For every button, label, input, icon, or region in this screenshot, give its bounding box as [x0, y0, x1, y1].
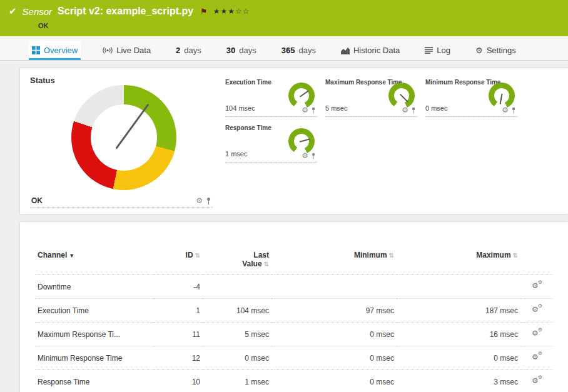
channel-settings-icon[interactable]: ⚙⚙ — [532, 353, 542, 361]
status-gauge-zone: Status OK ⚙ — [30, 76, 218, 214]
channel-cell[interactable]: Execution Time — [35, 299, 154, 323]
tab-settings[interactable]: ⚙ Settings — [472, 41, 519, 60]
gear-icon: ⚙ — [538, 304, 542, 309]
gauge-dial — [489, 83, 515, 109]
table-row: Minimum Response Time 12 0 msec 0 msec 0… — [35, 346, 553, 370]
channel-settings-icon[interactable]: ⚙⚙ — [532, 329, 542, 338]
channel-cell[interactable]: Downtime — [35, 275, 154, 299]
priority-flag-icon[interactable]: ⚑ — [200, 7, 208, 16]
sensor-header: ✔ Sensor Script v2: example_script.py ⚑ … — [0, 0, 568, 36]
last-value-cell: 0 msec — [203, 346, 271, 370]
pin-icon[interactable] — [206, 197, 211, 205]
tab-historic-data[interactable]: Historic Data — [338, 41, 403, 60]
channel-settings-icon[interactable]: ⚙⚙ — [532, 281, 542, 290]
channel-table-panel: Channel▼ ID⇅ Last Value⇅ Minimum⇅ Maximu… — [20, 222, 568, 392]
tab-overview[interactable]: Overview — [29, 41, 81, 60]
sort-icon[interactable]: ⇅ — [195, 252, 200, 259]
column-header-maximum[interactable]: Maximum⇅ — [397, 248, 520, 275]
maximum-cell: 3 msec — [397, 370, 520, 392]
table-row: Execution Time 1 104 msec 97 msec 187 ms… — [35, 299, 553, 323]
status-gauge — [71, 85, 176, 190]
last-value-cell: 104 msec — [203, 299, 271, 323]
gear-icon[interactable]: ⚙ — [196, 197, 203, 204]
settings-cell: ⚙⚙ — [520, 299, 553, 323]
minimum-cell: 0 msec — [271, 370, 397, 392]
column-header-last-value[interactable]: Last Value⇅ — [203, 248, 271, 275]
log-list-icon — [425, 47, 433, 54]
id-cell: 11 — [154, 323, 203, 346]
tab-365-days[interactable]: 365 days — [278, 41, 319, 60]
sort-icon[interactable]: ⇅ — [389, 252, 394, 259]
pin-icon[interactable] — [511, 107, 516, 114]
column-label: Last — [205, 251, 269, 259]
panel-icons: ⚙ — [196, 197, 211, 205]
id-cell: 12 — [154, 346, 203, 370]
gear-icon: ⚙ — [538, 375, 542, 380]
mini-gauge-execution-time: Execution Time 104 msec ⚙ — [225, 77, 317, 117]
column-label: Value — [242, 259, 261, 268]
gauge-dial — [388, 83, 415, 109]
ok-check-icon: ✔ — [9, 6, 17, 17]
last-value-cell — [203, 275, 271, 299]
pin-icon[interactable] — [311, 153, 316, 159]
tab-label-unit: days — [298, 46, 315, 55]
sort-icon[interactable]: ⇅ — [264, 261, 269, 268]
maximum-cell — [397, 275, 520, 299]
panel-icons: ⚙ — [402, 106, 416, 114]
channel-cell[interactable]: Minimum Response Time — [35, 346, 154, 370]
column-header-channel[interactable]: Channel▼ — [35, 248, 154, 275]
sensor-status: OK — [38, 22, 49, 29]
channel-settings-icon[interactable]: ⚙⚙ — [532, 305, 542, 314]
last-value-cell: 1 msec — [203, 370, 271, 392]
tab-2-days[interactable]: 2 days — [173, 41, 205, 60]
gear-icon: ⚙ — [538, 351, 542, 356]
tab-live-data[interactable]: Live Data — [99, 41, 154, 60]
tab-label: Settings — [487, 46, 516, 55]
column-header-minimum[interactable]: Minimum⇅ — [271, 248, 397, 275]
tab-label-unit: days — [184, 46, 201, 55]
id-cell: 10 — [154, 370, 203, 392]
gear-icon[interactable]: ⚙ — [302, 152, 308, 159]
sort-icon[interactable]: ⇅ — [513, 252, 518, 259]
minimum-cell: 0 msec — [271, 323, 397, 346]
panel-icons: ⚙ — [302, 152, 316, 159]
gear-icon[interactable]: ⚙ — [402, 106, 408, 114]
last-value-cell: 5 msec — [203, 323, 271, 346]
mini-gauge-minimum-response-time: Minimum Response Time 0 msec ⚙ — [425, 77, 517, 117]
maximum-cell: 16 msec — [397, 323, 520, 346]
gear-icon[interactable]: ⚙ — [302, 106, 308, 114]
minimum-cell: 0 msec — [271, 346, 397, 370]
live-data-broadcast-icon — [103, 46, 113, 54]
priority-stars[interactable]: ★★★☆☆ — [213, 7, 250, 16]
sensor-title-row: ✔ Sensor Script v2: example_script.py ⚑ … — [9, 6, 559, 17]
overview-grid-icon — [32, 46, 40, 54]
channel-cell[interactable]: Maximum Response Ti... — [35, 323, 154, 346]
id-cell: -4 — [154, 275, 203, 299]
gear-icon[interactable]: ⚙ — [502, 106, 509, 114]
column-header-id[interactable]: ID⇅ — [154, 248, 203, 275]
mini-gauge-grid: Execution Time 104 msec ⚙ Maximum Respon… — [218, 76, 559, 214]
channel-settings-icon[interactable]: ⚙⚙ — [532, 376, 542, 385]
column-label: Minimum — [354, 251, 387, 259]
column-label: Maximum — [476, 251, 510, 259]
tab-label: Overview — [44, 46, 78, 55]
table-header-row: Channel▼ ID⇅ Last Value⇅ Minimum⇅ Maximu… — [35, 248, 553, 275]
tab-30-days[interactable]: 30 days — [223, 41, 260, 60]
settings-cell: ⚙⚙ — [520, 323, 553, 346]
status-panel-title: Status — [30, 76, 218, 85]
sensor-status-row: OK — [38, 19, 559, 31]
column-label: ID — [186, 251, 193, 259]
column-header-settings — [520, 248, 553, 275]
column-label: Channel — [38, 251, 67, 259]
gauge-value: 104 msec — [225, 104, 255, 112]
pin-icon[interactable] — [411, 107, 416, 114]
channel-cell[interactable]: Response Time — [35, 370, 154, 392]
sort-desc-icon[interactable]: ▼ — [69, 253, 74, 259]
status-panel: Status OK ⚙ Execution Time 104 msec ⚙ — [20, 68, 568, 214]
channel-table: Channel▼ ID⇅ Last Value⇅ Minimum⇅ Maximu… — [35, 248, 553, 392]
tab-label: Log — [437, 46, 450, 55]
pin-icon[interactable] — [311, 107, 316, 114]
tab-log[interactable]: Log — [422, 41, 454, 60]
tab-label-number: 30 — [226, 46, 235, 55]
maximum-cell: 0 msec — [397, 346, 520, 370]
